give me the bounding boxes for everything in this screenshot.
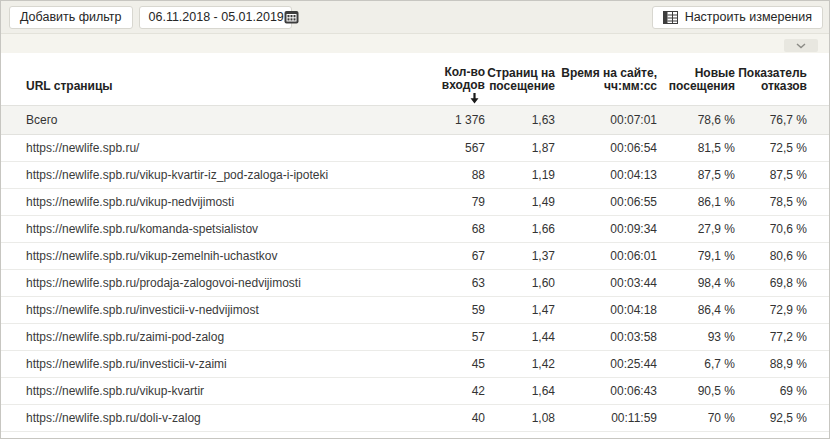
cell-time: 00:06:55 <box>555 188 657 215</box>
cell-entries: 40 <box>403 404 485 431</box>
date-range-picker[interactable]: 06.11.2018 - 05.01.2019 <box>139 6 292 29</box>
cell-time: 00:06:54 <box>555 134 657 161</box>
cell-new_visits: 90,5 % <box>657 377 735 404</box>
table-row: https://newlife.spb.ru/vikup-nedvijimost… <box>1 188 829 215</box>
cell-bounce: 92,5 % <box>735 404 829 431</box>
table-row: https://newlife.spb.ru/prodaja-zalogovoi… <box>1 269 829 296</box>
cell-pages: 1,44 <box>485 323 555 350</box>
cell-url[interactable]: https://newlife.spb.ru/vikup-zemelnih-uc… <box>1 242 403 269</box>
column-header-line: посещение <box>485 80 555 93</box>
cell-time: 00:11:59 <box>555 404 657 431</box>
cell-entries: 1 376 <box>403 105 485 134</box>
cell-entries: 57 <box>403 323 485 350</box>
cell-pages: 1,60 <box>485 269 555 296</box>
cell-url[interactable]: https://newlife.spb.ru/investicii-v-komm… <box>1 431 403 439</box>
table-header: URL страницы Кол-во входов Страниц на по… <box>1 53 829 105</box>
cell-pages: 1,19 <box>485 161 555 188</box>
cell-time: 00:25:44 <box>555 350 657 377</box>
chevron-down-icon <box>796 43 806 49</box>
cell-time: 00:07:46 <box>555 431 657 439</box>
cell-time: 00:07:01 <box>555 105 657 134</box>
cell-entries: 42 <box>403 377 485 404</box>
cell-time: 00:03:58 <box>555 323 657 350</box>
cell-bounce: 70,6 % <box>735 215 829 242</box>
cell-new_visits: 100 % <box>657 431 735 439</box>
column-header-time-on-site[interactable]: Время на сайте, чч:мм:сс <box>555 53 657 105</box>
configure-metrics-label: Настроить измерения <box>685 10 812 24</box>
cell-pages: 1,66 <box>485 215 555 242</box>
cell-url[interactable]: https://newlife.spb.ru/ <box>1 134 403 161</box>
calendar-icon <box>284 10 299 24</box>
cell-url[interactable]: https://newlife.spb.ru/zaimi-pod-zalog <box>1 323 403 350</box>
cell-bounce: 77,2 % <box>735 323 829 350</box>
cell-pages: 1,42 <box>485 350 555 377</box>
table-row: https://newlife.spb.ru/investicii-v-nedv… <box>1 296 829 323</box>
cell-new_visits: 81,5 % <box>657 134 735 161</box>
configure-metrics-button[interactable]: Настроить измерения <box>652 6 823 29</box>
table-row: https://newlife.spb.ru/vikup-zemelnih-uc… <box>1 242 829 269</box>
cell-entries: 79 <box>403 188 485 215</box>
column-header-line: чч:мм:сс <box>555 80 657 93</box>
column-header-url-page[interactable]: URL страницы <box>1 53 403 105</box>
cell-bounce: 72,9 % <box>735 296 829 323</box>
panel-header-strip <box>1 34 829 53</box>
cell-url[interactable]: https://newlife.spb.ru/vikup-nedvijimost… <box>1 188 403 215</box>
cell-url[interactable]: https://newlife.spb.ru/komanda-spetsiali… <box>1 215 403 242</box>
sort-desc-icon <box>403 93 485 104</box>
cell-new_visits: 86,1 % <box>657 188 735 215</box>
table-row: https://newlife.spb.ru/doli-v-zalog401,0… <box>1 404 829 431</box>
table-grid-icon <box>663 11 678 24</box>
column-header-new-visits[interactable]: Новые посещения <box>657 53 735 105</box>
column-header-entries[interactable]: Кол-во входов <box>403 53 485 105</box>
cell-new_visits: 27,9 % <box>657 215 735 242</box>
column-header-line: посещения <box>657 80 735 93</box>
cell-pages: 1,37 <box>485 242 555 269</box>
cell-url[interactable]: https://newlife.spb.ru/investicii-v-zaim… <box>1 350 403 377</box>
analytics-report-window: Добавить фильтр 06.11.2018 - 05.01.2019 <box>0 0 830 439</box>
cell-entries: 63 <box>403 269 485 296</box>
cell-new_visits: 79,1 % <box>657 242 735 269</box>
add-filter-button[interactable]: Добавить фильтр <box>9 6 133 29</box>
cell-new_visits: 93 % <box>657 323 735 350</box>
url-stats-table: URL страницы Кол-во входов Страниц на по… <box>1 53 829 439</box>
column-header-line: Новые <box>657 67 735 80</box>
cell-url[interactable]: https://newlife.spb.ru/vikup-kvartir <box>1 377 403 404</box>
cell-bounce: 69 % <box>735 377 829 404</box>
table-row: https://newlife.spb.ru/vikup-kvartir-iz_… <box>1 161 829 188</box>
cell-entries: 59 <box>403 296 485 323</box>
cell-pages: 1,12 <box>485 431 555 439</box>
table-row: https://newlife.spb.ru/5671,8700:06:5481… <box>1 134 829 161</box>
toolbar: Добавить фильтр 06.11.2018 - 05.01.2019 <box>1 1 829 34</box>
cell-bounce: 92 % <box>735 431 829 439</box>
cell-bounce: 69,8 % <box>735 269 829 296</box>
cell-entries: 25 <box>403 431 485 439</box>
cell-bounce: 87,5 % <box>735 161 829 188</box>
column-header-line: Время на сайте, <box>555 67 657 80</box>
cell-time: 00:03:44 <box>555 269 657 296</box>
cell-bounce: 78,5 % <box>735 188 829 215</box>
cell-url[interactable]: https://newlife.spb.ru/vikup-kvartir-iz_… <box>1 161 403 188</box>
cell-pages: 1,47 <box>485 296 555 323</box>
cell-new_visits: 98,4 % <box>657 269 735 296</box>
table-row: https://newlife.spb.ru/investicii-v-zaim… <box>1 350 829 377</box>
column-header-bounce-rate[interactable]: Показатель отказов <box>735 53 829 105</box>
date-range-value: 06.11.2018 - 05.01.2019 <box>149 10 284 24</box>
column-header-pages-per-visit[interactable]: Страниц на посещение <box>485 53 555 105</box>
cell-url[interactable]: https://newlife.spb.ru/investicii-v-nedv… <box>1 296 403 323</box>
collapse-panel-button[interactable] <box>784 39 818 52</box>
cell-bounce: 88,9 % <box>735 350 829 377</box>
cell-bounce: 76,7 % <box>735 105 829 134</box>
cell-time: 00:06:43 <box>555 377 657 404</box>
cell-new_visits: 78,6 % <box>657 105 735 134</box>
cell-pages: 1,64 <box>485 377 555 404</box>
cell-new_visits: 6,7 % <box>657 350 735 377</box>
table-row-total: Всего1 3761,6300:07:0178,6 %76,7 % <box>1 105 829 134</box>
cell-url[interactable]: https://newlife.spb.ru/prodaja-zalogovoi… <box>1 269 403 296</box>
table-row: https://newlife.spb.ru/investicii-v-komm… <box>1 431 829 439</box>
column-header-line: отказов <box>735 80 807 93</box>
cell-new_visits: 86,4 % <box>657 296 735 323</box>
cell-url[interactable]: https://newlife.spb.ru/doli-v-zalog <box>1 404 403 431</box>
cell-new_visits: 70 % <box>657 404 735 431</box>
cell-bounce: 72,5 % <box>735 134 829 161</box>
column-header-line: Показатель <box>735 67 807 80</box>
